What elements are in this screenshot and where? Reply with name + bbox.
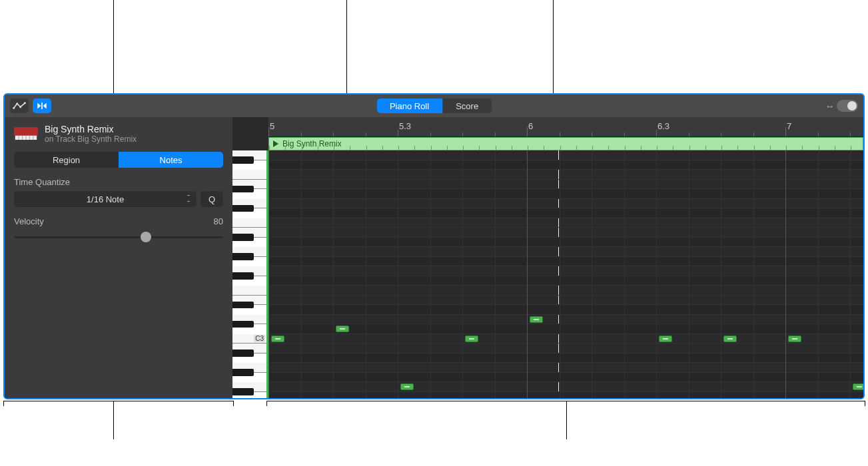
piano-key-label: C3 — [254, 335, 265, 342]
ruler-bar-label: 5.3 — [399, 121, 411, 131]
velocity-value: 80 — [214, 216, 223, 226]
svg-rect-4 — [41, 103, 43, 109]
midi-note[interactable] — [530, 316, 543, 323]
piano-roll-editor: Piano Roll Score ↔ — [3, 93, 865, 399]
catch-playhead-button[interactable] — [33, 99, 51, 113]
horizontal-auto-zoom-toggle[interactable]: ↔ — [825, 100, 858, 112]
svg-point-2 — [19, 106, 21, 108]
midi-note[interactable] — [788, 336, 801, 342]
slider-track — [14, 236, 223, 238]
svg-rect-5 — [14, 127, 38, 136]
mode-region[interactable]: Region — [14, 152, 119, 168]
svg-point-3 — [24, 102, 26, 104]
bar-ruler[interactable]: 55.366.37 — [268, 117, 863, 137]
note-grid[interactable] — [268, 150, 863, 398]
midi-note[interactable] — [853, 383, 863, 390]
tab-score[interactable]: Score — [442, 99, 492, 113]
region-header-strip[interactable]: Big Synth Remix — [268, 137, 863, 150]
piano-keyboard[interactable]: C3C2 — [232, 150, 268, 398]
editor-toolbar: Piano Roll Score ↔ — [5, 95, 863, 117]
automation-toggle-button[interactable] — [10, 99, 29, 113]
instrument-icon — [14, 127, 38, 140]
quantize-apply-button[interactable]: Q — [201, 191, 223, 207]
quantize-value: 1/16 Note — [87, 194, 124, 204]
inspector-mode-segmented: Region Notes — [14, 152, 223, 168]
grid-area: 55.366.37 Big Synth Remix C3C2 — [232, 117, 863, 398]
midi-note[interactable] — [723, 336, 737, 342]
ruler-bar-label: 6 — [528, 121, 533, 131]
horizontal-arrows-icon: ↔ — [825, 101, 834, 111]
mode-notes[interactable]: Notes — [119, 152, 223, 168]
quantize-select[interactable]: 1/16 Note — [14, 191, 197, 207]
ruler-bar-label: 6.3 — [657, 121, 669, 131]
time-quantize-label: Time Quantize — [14, 177, 223, 187]
ruler-bar-label: 5 — [270, 121, 274, 131]
inspector-panel: Big Synth Remix on Track Big Synth Remix… — [5, 117, 232, 398]
track-name-subtitle: on Track Big Synth Remix — [45, 134, 137, 144]
midi-note[interactable] — [336, 326, 349, 332]
tab-piano-roll[interactable]: Piano Roll — [376, 99, 442, 113]
svg-point-0 — [13, 107, 15, 109]
switch-thumb — [837, 100, 858, 112]
midi-note[interactable] — [465, 336, 478, 342]
slider-thumb[interactable] — [141, 232, 151, 242]
midi-note[interactable] — [659, 336, 672, 342]
svg-point-1 — [16, 103, 18, 105]
midi-note[interactable] — [400, 383, 414, 390]
view-segmented-control: Piano Roll Score — [376, 99, 492, 113]
automation-icon — [13, 101, 26, 111]
region-name: Big Synth Remix — [45, 124, 137, 134]
velocity-slider[interactable] — [14, 230, 223, 244]
ruler-bar-label: 7 — [787, 121, 791, 131]
midi-note[interactable] — [271, 336, 284, 342]
catch-icon — [35, 101, 49, 111]
velocity-label: Velocity — [14, 216, 44, 226]
